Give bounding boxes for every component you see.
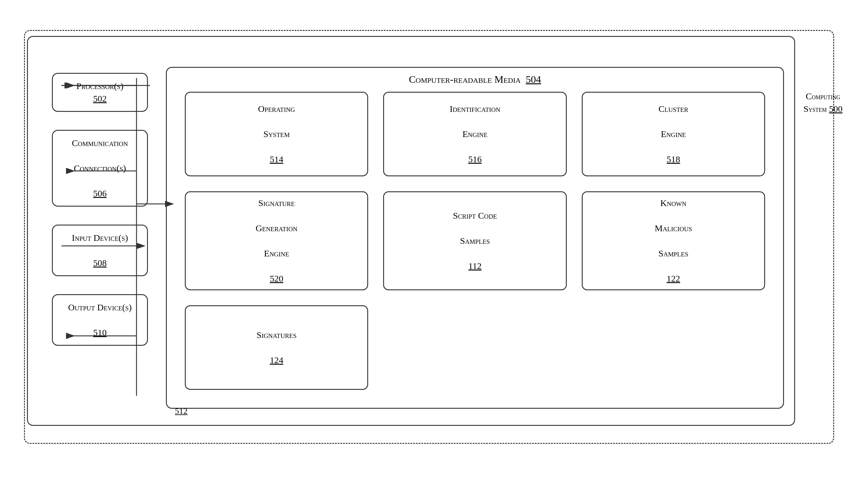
signature-gen-box: Signature Generation Engine 520 <box>185 191 368 290</box>
known-number: 122 <box>667 272 680 285</box>
output-label: Output Device(s) <box>68 301 132 314</box>
crm-label: Computer-readable Media 504 <box>167 74 783 85</box>
sig-gen-number: 520 <box>270 272 283 285</box>
cluster-label1: Cluster <box>658 102 688 115</box>
cluster-number: 518 <box>667 153 680 165</box>
os-number: 514 <box>270 153 283 165</box>
sig-gen-label2: Generation <box>256 222 297 234</box>
communication-label2: Connection(s) <box>74 162 126 174</box>
cluster-label2: Engine <box>661 128 686 140</box>
communication-label: Communication <box>72 137 128 149</box>
computing-system-label: ComputingSystem 500 <box>796 90 850 115</box>
known-label1: Known <box>660 197 686 209</box>
signatures-box: Signatures 124 <box>185 305 368 390</box>
processor-box: Processor(s) 502 <box>52 73 148 112</box>
output-box: Output Device(s) 510 <box>52 294 148 346</box>
input-number: 508 <box>93 257 107 269</box>
output-number: 510 <box>93 326 107 339</box>
sig-gen-label3: Engine <box>264 247 289 260</box>
input-box: Input Device(s) 508 <box>52 225 148 276</box>
empty-box-1 <box>383 305 566 390</box>
inner-solid-box: Processor(s) 502 Communication Connectio… <box>27 36 795 426</box>
script-label2: Samples <box>460 234 490 247</box>
signatures-label: Signatures <box>256 329 297 341</box>
communication-box: Communication Connection(s) 506 <box>52 130 148 206</box>
script-code-box: Script Code Samples 112 <box>383 191 566 290</box>
known-malicious-box: Known Malicious Samples 122 <box>582 191 765 290</box>
os-label2: System <box>264 128 290 140</box>
known-label2: Malicious <box>655 222 692 234</box>
diagram-container: ComputingSystem 500 Processor(s) 502 Com… <box>12 12 856 469</box>
os-label1: Operating <box>258 102 295 115</box>
crm-number: 504 <box>526 74 541 85</box>
left-column: Processor(s) 502 Communication Connectio… <box>52 73 148 346</box>
empty-box-2 <box>582 305 765 390</box>
script-number: 112 <box>468 260 482 272</box>
identification-box: Identification Engine 516 <box>383 92 566 176</box>
identification-label2: Engine <box>462 128 488 140</box>
os-box: Operating System 514 <box>185 92 368 176</box>
cluster-box: Cluster Engine 518 <box>582 92 765 176</box>
script-label1: Script Code <box>453 209 497 222</box>
crm-grid: Operating System 514 Identification Engi… <box>185 92 765 390</box>
known-label3: Samples <box>658 247 689 260</box>
communication-number: 506 <box>93 187 107 200</box>
crm-title: Computer-readable Media <box>409 74 521 85</box>
sig-gen-label1: Signature <box>258 197 295 209</box>
bus-label: 512 <box>175 406 188 416</box>
identification-number: 516 <box>468 153 482 165</box>
processor-label: Processor(s) <box>76 80 124 92</box>
identification-label1: Identification <box>450 102 500 115</box>
input-label: Input Device(s) <box>72 231 128 244</box>
processor-number: 502 <box>93 92 107 105</box>
crm-box: Computer-readable Media 504 Operating Sy… <box>166 67 784 409</box>
signatures-number: 124 <box>270 354 283 366</box>
